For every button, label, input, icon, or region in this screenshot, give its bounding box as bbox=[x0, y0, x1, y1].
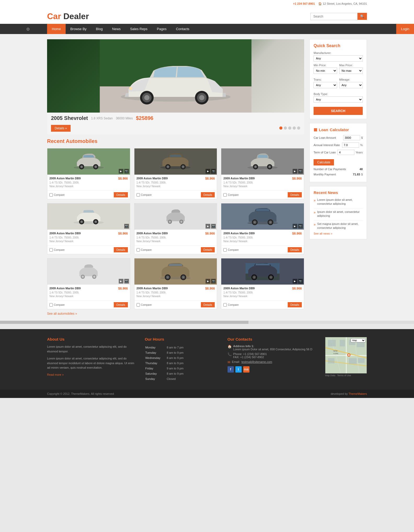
play-icon-9: ▶ bbox=[293, 279, 297, 284]
compare-checkbox-4[interactable] bbox=[49, 248, 53, 252]
play-icon-5: ▶ bbox=[206, 224, 210, 229]
compare-checkbox-8[interactable] bbox=[137, 303, 140, 307]
body-type-select[interactable]: Any bbox=[314, 96, 363, 103]
manufacturer-select[interactable]: Any bbox=[314, 55, 363, 62]
social-icons: f t rss bbox=[228, 366, 317, 373]
news-item-2: » Ipsum dolor sit amet, consectetur adip… bbox=[314, 210, 363, 218]
map-type-select[interactable]: Map Satellite bbox=[351, 338, 366, 342]
search-input[interactable] bbox=[310, 13, 358, 20]
login-button[interactable]: Login bbox=[396, 24, 414, 34]
svg-point-17 bbox=[160, 166, 191, 169]
nav-contacts[interactable]: Contacts bbox=[171, 24, 194, 34]
car-actions-5: Compare Details bbox=[134, 245, 217, 254]
nav-sales-reps[interactable]: Sales Reps bbox=[125, 24, 152, 34]
see-all-news-link[interactable]: See all news » bbox=[314, 232, 363, 235]
svg-point-85 bbox=[348, 354, 350, 356]
svg-rect-76 bbox=[340, 340, 345, 346]
twitter-icon[interactable]: t bbox=[235, 366, 242, 373]
dot-5[interactable] bbox=[297, 126, 300, 130]
hero-details-button[interactable]: Details » bbox=[51, 125, 71, 132]
min-price-select[interactable]: No min bbox=[314, 68, 337, 74]
trans-select[interactable]: Any bbox=[314, 82, 337, 88]
details-button-1[interactable]: Details bbox=[114, 192, 128, 197]
car-card-6: ▶ 📷 2009 Aston Martin DB9 $8.966 1.4i TS… bbox=[221, 203, 304, 254]
car-details-8: 1.4i TS 5Dr, 75000, 2009,New Jersey/ New… bbox=[137, 291, 215, 298]
email-icon: ✉ bbox=[228, 360, 230, 364]
recent-news-title: Recent News bbox=[314, 190, 363, 195]
compare-label-3: Compare bbox=[223, 193, 239, 197]
details-button-8[interactable]: Details bbox=[201, 302, 215, 307]
details-button-9[interactable]: Details bbox=[288, 302, 302, 307]
compare-checkbox-7[interactable] bbox=[49, 303, 53, 307]
hero-image bbox=[47, 39, 304, 113]
term-of-loan-input[interactable] bbox=[337, 150, 354, 155]
car-name-1: 2009 Aston Martin DB9 bbox=[49, 177, 81, 180]
grid-icon: ▦ bbox=[314, 127, 317, 132]
facebook-icon[interactable]: f bbox=[228, 366, 234, 373]
compare-checkbox-2[interactable] bbox=[137, 193, 140, 197]
search-bar: 🔍 bbox=[310, 13, 367, 20]
developed-by: developed by ThemeMakers bbox=[331, 392, 367, 395]
camera-icon-7: 📷 bbox=[124, 279, 129, 284]
mileage-select[interactable]: Any bbox=[339, 82, 363, 88]
svg-rect-79 bbox=[328, 358, 334, 363]
footer-about-text1: Lorem ipsum dolor sit amet, consectetur … bbox=[47, 345, 137, 354]
email-link[interactable]: testmail@sitename.com bbox=[241, 360, 272, 363]
compare-checkbox-6[interactable] bbox=[223, 248, 227, 252]
dot-1[interactable] bbox=[279, 126, 282, 130]
thememakers-link[interactable]: ThemeMakers bbox=[349, 392, 367, 395]
car-name-2: 2009 Aston Martin DB9 bbox=[137, 177, 168, 180]
dot-2[interactable] bbox=[284, 126, 287, 130]
annual-interest-row: Annual Interest Rate % bbox=[314, 142, 363, 148]
car-price-2: $8.966 bbox=[205, 177, 215, 180]
monthly-payment-row: Monthly Payment 71.83 $ bbox=[314, 173, 363, 176]
see-all-autos-link[interactable]: See all automobiles » bbox=[47, 312, 304, 315]
svg-point-56 bbox=[167, 276, 168, 278]
details-button-3[interactable]: Details bbox=[288, 192, 302, 197]
scrollbar-thumb[interactable] bbox=[0, 321, 248, 324]
details-button-6[interactable]: Details bbox=[288, 247, 302, 252]
svg-point-23 bbox=[182, 166, 184, 168]
calculate-button[interactable]: Calculate bbox=[314, 159, 334, 165]
footer-map: NEW YORK Map Satellite Map Data Terms of… bbox=[325, 337, 367, 382]
loan-calculator-widget: ▦ Loan Calculator Car Loan Amount $ Annu… bbox=[309, 123, 367, 182]
nav-pages[interactable]: Pages bbox=[152, 24, 171, 34]
nav-browse-by[interactable]: Browse By bbox=[66, 24, 91, 34]
right-sidebar: Quick Search Manufacturer: Any Min Price… bbox=[309, 39, 367, 315]
nav-news[interactable]: News bbox=[107, 24, 126, 34]
trans-mileage-row: Trans: Any Mileage: Any bbox=[314, 78, 363, 90]
manufacturer-label: Manufacturer: bbox=[314, 51, 363, 54]
car-details-5: 1.4i TS 5Dr, 75000, 2009,New Jersey/ New… bbox=[137, 236, 215, 243]
svg-point-16 bbox=[95, 166, 97, 168]
rss-icon[interactable]: rss bbox=[243, 366, 249, 373]
dot-3[interactable] bbox=[288, 126, 291, 130]
car-loan-amount-row: Car Loan Amount $ bbox=[314, 135, 363, 140]
nav-home[interactable]: Home bbox=[47, 24, 66, 34]
read-more-link[interactable]: Read more » bbox=[47, 373, 64, 376]
annual-interest-input[interactable] bbox=[342, 142, 359, 148]
scrollbar[interactable] bbox=[0, 321, 414, 324]
dot-4[interactable] bbox=[293, 126, 296, 130]
svg-point-52 bbox=[93, 276, 95, 278]
compare-checkbox-5[interactable] bbox=[137, 248, 140, 252]
car-name-5: 2009 Aston Martin DB9 bbox=[137, 232, 168, 235]
annual-interest-label: Annual Interest Rate bbox=[314, 143, 342, 147]
compare-checkbox-1[interactable] bbox=[49, 193, 53, 197]
search-button[interactable]: 🔍 bbox=[358, 13, 367, 20]
compare-label-7: Compare bbox=[49, 303, 65, 307]
nav-blog[interactable]: Blog bbox=[91, 24, 107, 34]
search-submit-button[interactable]: SEARCH bbox=[314, 107, 363, 115]
compare-checkbox-3[interactable] bbox=[223, 193, 227, 197]
car-card-5: ▶ 📷 2009 Aston Martin DB9 $8.966 1.4i TS… bbox=[134, 203, 217, 254]
details-button-4[interactable]: Details bbox=[114, 247, 128, 252]
details-button-2[interactable]: Details bbox=[201, 192, 215, 197]
compare-checkbox-9[interactable] bbox=[223, 303, 227, 307]
details-button-7[interactable]: Details bbox=[114, 302, 128, 307]
news-divider-1 bbox=[314, 208, 363, 208]
max-price-select[interactable]: No max bbox=[339, 68, 363, 74]
news-bullet-3: » bbox=[314, 222, 316, 230]
details-button-5[interactable]: Details bbox=[201, 247, 215, 252]
annual-interest-unit: % bbox=[360, 143, 363, 147]
car-loan-amount-input[interactable] bbox=[343, 135, 360, 140]
thumb-icons-8: ▶ 📷 bbox=[206, 279, 216, 284]
